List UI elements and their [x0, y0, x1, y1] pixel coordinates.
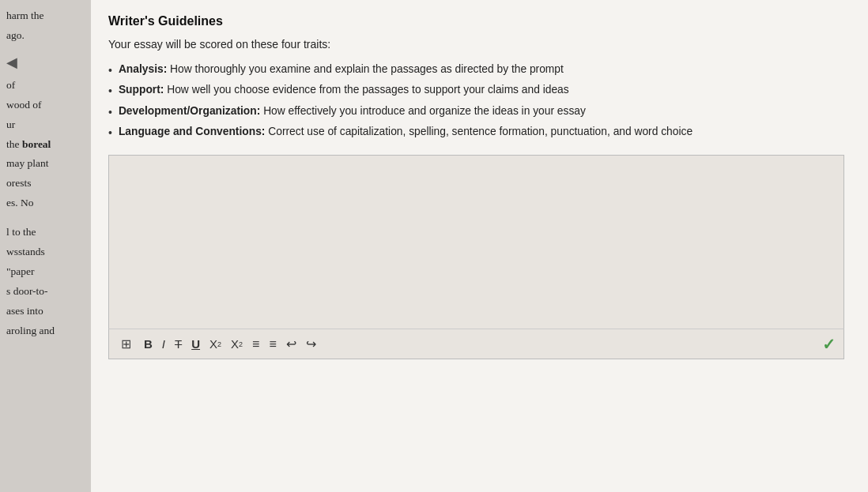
underline-button[interactable]: U — [187, 335, 204, 353]
sidebar-line-aroling: aroling and — [6, 323, 85, 340]
table-icon-button[interactable]: ⊞ — [117, 334, 135, 354]
redo-button[interactable]: ↪ — [302, 334, 320, 354]
bullet-4: • — [108, 125, 112, 141]
trait-language-text: Language and Conventions: Correct use of… — [119, 124, 693, 140]
trait-support: • Support: How well you choose evidence … — [108, 82, 844, 99]
trait-analysis-text: Analysis: How thoroughly you examine and… — [119, 62, 564, 77]
sidebar-line-wsstands: wsstands — [6, 244, 85, 261]
trait-development: • Development/Organization: How effectiv… — [108, 103, 844, 120]
sidebar-line-wood: wood of — [6, 97, 85, 114]
essay-textarea[interactable] — [108, 155, 844, 329]
trait-support-text: Support: How well you choose evidence fr… — [119, 82, 569, 98]
sidebar-line-paper: "paper — [6, 264, 85, 280]
unordered-list-button[interactable]: ≡ — [248, 335, 263, 354]
editor-toolbar: ⊞ B I T U X2 X2 ≡ ≡ ↩ ↪ ✓ — [108, 329, 844, 359]
bullet-1: • — [108, 62, 112, 78]
trait-analysis: • Analysis: How thoroughly you examine a… — [108, 62, 844, 78]
trait-language-desc: Correct use of capitalization, spelling,… — [268, 126, 693, 137]
sidebar-line-door: s door-to- — [6, 284, 85, 300]
traits-list: • Analysis: How thoroughly you examine a… — [108, 62, 844, 141]
submit-checkmark-button[interactable]: ✓ — [822, 335, 836, 354]
ordered-list-button[interactable]: ≡ — [265, 335, 280, 354]
main-content: Writer's Guidelines Your essay will be s… — [91, 0, 868, 492]
trait-language-label: Language and Conventions: — [119, 126, 266, 137]
bold-button[interactable]: B — [140, 335, 157, 353]
trait-development-label: Development/Organization: — [119, 105, 260, 117]
trait-support-label: Support: — [119, 84, 164, 96]
trait-development-desc: How effectively you introduce and organi… — [263, 105, 586, 117]
sidebar-line-ur: ur — [6, 117, 85, 133]
sidebar-line-es: es. No — [6, 195, 85, 212]
sidebar: harm the ago. ◀ of wood of ur the boreal… — [0, 0, 91, 492]
writers-guidelines-title: Writer's Guidelines — [108, 14, 844, 28]
trait-support-desc: How well you choose evidence from the pa… — [167, 84, 568, 96]
bullet-3: • — [108, 104, 112, 120]
sidebar-cursor-area: ◀ — [6, 52, 85, 74]
undo-button[interactable]: ↩ — [282, 334, 300, 354]
sidebar-line-ago: ago. — [6, 28, 85, 44]
trait-analysis-desc: How thoroughly you examine and explain t… — [170, 63, 564, 75]
trait-analysis-label: Analysis: — [119, 63, 167, 75]
bullet-2: • — [108, 83, 112, 99]
sidebar-line-to: l to the — [6, 224, 85, 241]
superscript-button[interactable]: X2 — [206, 335, 225, 353]
essay-area-wrapper: ⊞ B I T U X2 X2 ≡ ≡ ↩ ↪ ✓ — [108, 155, 844, 359]
trait-development-text: Development/Organization: How effectivel… — [119, 103, 586, 119]
strikethrough-button[interactable]: T — [171, 335, 186, 353]
scoring-intro: Your essay will be scored on these four … — [108, 38, 844, 51]
sidebar-line-plant: may plant — [6, 156, 85, 172]
subscript-button[interactable]: X2 — [227, 335, 247, 353]
trait-language: • Language and Conventions: Correct use … — [108, 124, 844, 141]
sidebar-line-boreal: the boreal — [6, 137, 85, 153]
sidebar-line-ases: ases into — [6, 303, 85, 320]
sidebar-line-orests: orests — [6, 175, 85, 192]
italic-button[interactable]: I — [158, 335, 169, 353]
sidebar-line-of: of — [6, 77, 85, 94]
sidebar-line-harm: harm the — [6, 8, 85, 24]
